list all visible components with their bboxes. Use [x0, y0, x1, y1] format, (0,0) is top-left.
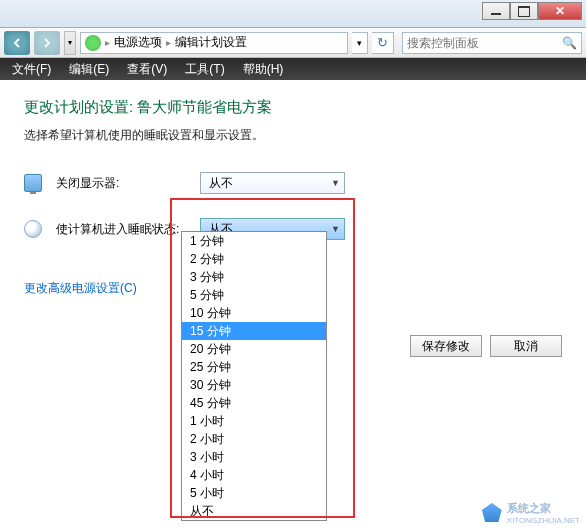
dropdown-option[interactable]: 1 小时 [182, 412, 326, 430]
watermark: 系统之家 XITONGZHIJIA.NET [481, 501, 580, 525]
advanced-settings-link[interactable]: 更改高级电源设置(C) [24, 280, 137, 297]
menu-view[interactable]: 查看(V) [119, 59, 175, 80]
search-box[interactable]: 🔍 [402, 32, 582, 54]
dropdown-option[interactable]: 20 分钟 [182, 340, 326, 358]
dropdown-option[interactable]: 25 分钟 [182, 358, 326, 376]
window-controls: ✕ [482, 2, 582, 20]
cancel-button[interactable]: 取消 [490, 335, 562, 357]
chevron-down-icon: ▼ [331, 178, 340, 188]
moon-icon [24, 220, 42, 238]
dropdown-option[interactable]: 3 小时 [182, 448, 326, 466]
action-buttons: 保存修改 取消 [410, 335, 562, 357]
content-area: 更改计划的设置: 鲁大师节能省电方案 选择希望计算机使用的睡眠设置和显示设置。 … [0, 80, 586, 529]
arrow-left-icon [11, 37, 23, 49]
close-button[interactable]: ✕ [538, 2, 582, 20]
chevron-down-icon: ▼ [331, 224, 340, 234]
chevron-right-icon: ▸ [166, 37, 171, 48]
monitor-icon [24, 174, 42, 192]
turn-off-display-combo[interactable]: 从不 ▼ [200, 172, 345, 194]
dropdown-option[interactable]: 1 分钟 [182, 232, 326, 250]
minimize-button[interactable] [482, 2, 510, 20]
turn-off-display-label: 关闭显示器: [56, 175, 186, 192]
dropdown-option[interactable]: 5 小时 [182, 484, 326, 502]
breadcrumb-item[interactable]: 电源选项 [114, 34, 162, 51]
page-title: 更改计划的设置: 鲁大师节能省电方案 [24, 98, 562, 117]
dropdown-option[interactable]: 5 分钟 [182, 286, 326, 304]
dropdown-option[interactable]: 4 小时 [182, 466, 326, 484]
dropdown-option[interactable]: 3 分钟 [182, 268, 326, 286]
back-button[interactable] [4, 31, 30, 55]
menu-file[interactable]: 文件(F) [4, 59, 59, 80]
window-titlebar: ✕ [0, 0, 586, 28]
sleep-dropdown-list[interactable]: 1 分钟2 分钟3 分钟5 分钟10 分钟15 分钟20 分钟25 分钟30 分… [181, 231, 327, 521]
arrow-right-icon [41, 37, 53, 49]
watermark-logo-icon [481, 503, 503, 523]
dropdown-option[interactable]: 15 分钟 [182, 322, 326, 340]
breadcrumb-dropdown[interactable]: ▾ [352, 32, 368, 54]
menu-edit[interactable]: 编辑(E) [61, 59, 117, 80]
dropdown-option[interactable]: 从不 [182, 502, 326, 520]
forward-button[interactable] [34, 31, 60, 55]
watermark-url: XITONGZHIJIA.NET [507, 516, 580, 525]
dropdown-option[interactable]: 30 分钟 [182, 376, 326, 394]
menu-tools[interactable]: 工具(T) [177, 59, 232, 80]
menu-bar: 文件(F) 编辑(E) 查看(V) 工具(T) 帮助(H) [0, 58, 586, 80]
page-description: 选择希望计算机使用的睡眠设置和显示设置。 [24, 127, 562, 144]
turn-off-display-row: 关闭显示器: 从不 ▼ [24, 172, 562, 194]
sleep-label: 使计算机进入睡眠状态: [56, 221, 186, 238]
dropdown-option[interactable]: 10 分钟 [182, 304, 326, 322]
chevron-right-icon: ▸ [105, 37, 110, 48]
dropdown-option[interactable]: 2 小时 [182, 430, 326, 448]
watermark-text: 系统之家 [507, 501, 580, 516]
combo-value: 从不 [209, 175, 233, 192]
maximize-button[interactable] [510, 2, 538, 20]
save-button[interactable]: 保存修改 [410, 335, 482, 357]
navigation-bar: ▾ ▸ 电源选项 ▸ 编辑计划设置 ▾ ↻ 🔍 [0, 28, 586, 58]
refresh-button[interactable]: ↻ [372, 32, 394, 54]
dropdown-option[interactable]: 45 分钟 [182, 394, 326, 412]
breadcrumb[interactable]: ▸ 电源选项 ▸ 编辑计划设置 [80, 32, 348, 54]
control-panel-icon [85, 35, 101, 51]
search-icon: 🔍 [562, 36, 577, 50]
breadcrumb-item[interactable]: 编辑计划设置 [175, 34, 247, 51]
dropdown-option[interactable]: 2 分钟 [182, 250, 326, 268]
search-input[interactable] [407, 36, 562, 50]
nav-history-dropdown[interactable]: ▾ [64, 31, 76, 55]
menu-help[interactable]: 帮助(H) [235, 59, 292, 80]
